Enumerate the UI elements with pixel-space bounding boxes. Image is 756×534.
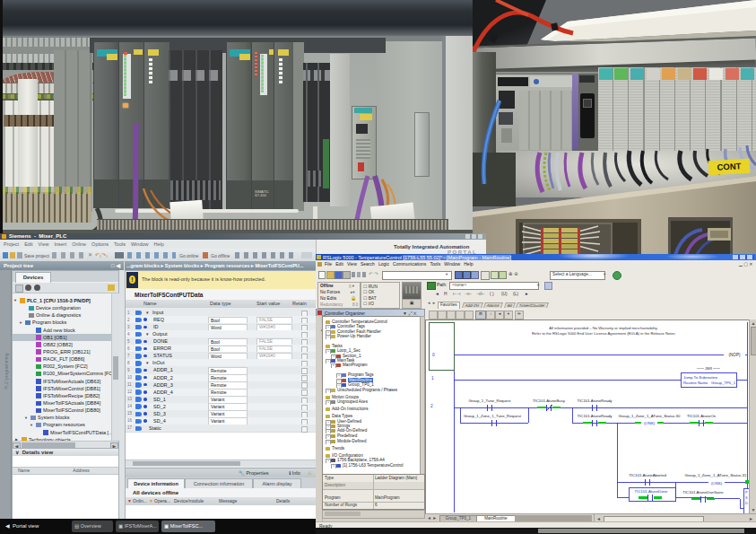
svg-text:TIC101.AtuneDone: TIC101.AtuneDone [635,489,668,494]
svg-text:TIC101.AtuneUseGains: TIC101.AtuneUseGains [682,490,723,495]
svg-text:TIC101.AtuneReady: TIC101.AtuneReady [578,398,613,403]
svg-text:All information provided – No: All information provided – No Warranty o… [549,326,657,330]
svg-text:(NOP): (NOP) [728,353,740,357]
svg-text:Group_1_Zone_1_ATune_Status.31: Group_1_Zone_1_ATune_Status.31 [685,473,747,477]
svg-text:(ONS): (ONS) [644,421,656,425]
svg-text:D: D [745,502,748,505]
svg-text:2: 2 [430,404,433,408]
svg-text:Group_1_Zone_1_ATune_Status.30: Group_1_Zone_1_ATune_Status.30 [619,414,681,418]
svg-text:(ONS): (ONS) [711,481,723,486]
svg-text:Jump To Subroutine: Jump To Subroutine [683,375,718,380]
svg-text:Group_1_Tune_Request: Group_1_Tune_Request [468,398,511,403]
svg-text:1: 1 [431,376,434,381]
svg-text:Refer to the RSLogix 5000 End: Refer to the RSLogix 5000 End User Licen… [532,331,675,336]
svg-text:Group_1_Zone_1_Tune_Request: Group_1_Zone_1_Tune_Request [464,414,522,418]
svg-text:TIC101.AtuneReady: TIC101.AtuneReady [578,414,613,418]
svg-text:JSR: JSR [705,366,712,371]
svg-text:TIC101.AtuneAborted: TIC101.AtuneAborted [629,473,666,477]
svg-text:TIC101.AtuneOn: TIC101.AtuneOn [687,414,717,418]
svg-text:TIC101.AtuneBusy: TIC101.AtuneBusy [533,398,566,403]
svg-text:Routine Name Group_TP0_1: Routine Name Group_TP0_1 [683,381,736,385]
svg-text:0: 0 [432,353,435,357]
